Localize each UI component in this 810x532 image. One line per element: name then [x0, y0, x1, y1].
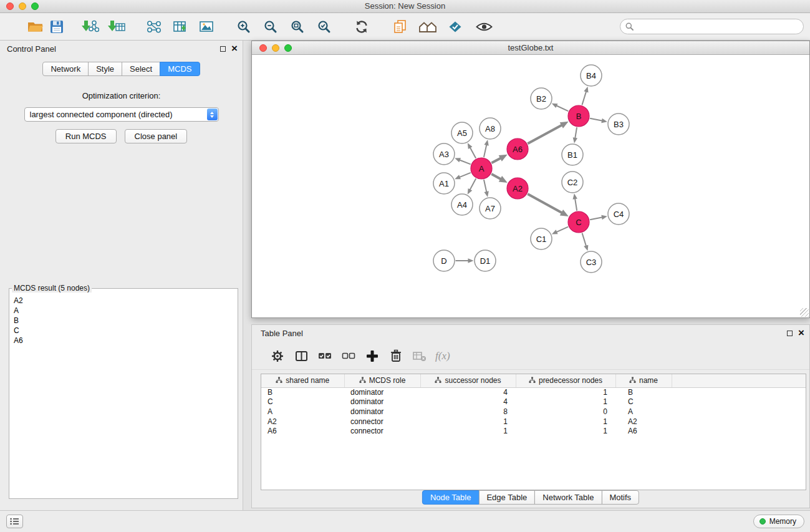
- graph-node-D[interactable]: D: [433, 250, 455, 271]
- graph-node-A5[interactable]: A5: [451, 122, 473, 143]
- table-row[interactable]: Bdominator41B: [261, 387, 806, 397]
- open-folder-icon[interactable]: [25, 15, 46, 39]
- select-all-icon[interactable]: [313, 344, 337, 368]
- graph-node-C4[interactable]: C4: [608, 203, 629, 225]
- houses-icon[interactable]: [417, 15, 438, 39]
- eye-icon[interactable]: [473, 15, 494, 39]
- function-builder-icon[interactable]: f(x): [435, 350, 450, 362]
- network-graph[interactable]: A5A8A3A1A4A7B4B2B3B1C2C4C1C3DD1AA6A2BC: [253, 56, 809, 317]
- column-header-predecessor-nodes[interactable]: predecessor nodes: [516, 374, 615, 387]
- save-session-icon[interactable]: [46, 15, 67, 39]
- graph-node-D1[interactable]: D1: [475, 250, 496, 271]
- graph-edge-B-B3[interactable]: [590, 118, 607, 123]
- graph-edge-C-C2[interactable]: [573, 193, 577, 210]
- column-header-successor-nodes[interactable]: successor nodes: [420, 374, 516, 387]
- zoom-out-icon[interactable]: [260, 15, 281, 39]
- graph-edge-A2-C[interactable]: [528, 194, 569, 216]
- graph-node-B[interactable]: B: [568, 105, 589, 127]
- graph-edge-B-B1[interactable]: [573, 127, 577, 143]
- tab-network[interactable]: Network: [42, 62, 89, 76]
- new-table-icon[interactable]: [170, 15, 191, 39]
- graph-node-B1[interactable]: B1: [562, 144, 583, 165]
- graph-edge-A-A1[interactable]: [455, 173, 471, 179]
- deselect-all-icon[interactable]: [337, 344, 360, 368]
- graph-node-A4[interactable]: A4: [451, 194, 473, 215]
- graph-node-A2[interactable]: A2: [507, 178, 528, 199]
- network-window-titlebar[interactable]: testGlobe.txt: [252, 41, 809, 55]
- graph-node-A6[interactable]: A6: [507, 138, 528, 160]
- tab-mcds[interactable]: MCDS: [160, 62, 200, 76]
- document-copy-icon[interactable]: [390, 15, 411, 39]
- close-table-panel-icon[interactable]: ×: [798, 325, 804, 341]
- graph-node-A8[interactable]: A8: [480, 118, 501, 139]
- graph-node-A[interactable]: A: [471, 158, 492, 179]
- zoom-in-icon[interactable]: [233, 15, 254, 39]
- graph-node-A3[interactable]: A3: [433, 143, 455, 165]
- graph-node-C1[interactable]: C1: [531, 228, 552, 249]
- memory-button[interactable]: Memory: [753, 515, 804, 528]
- refresh-icon[interactable]: [351, 15, 372, 39]
- column-header-MCDS-role[interactable]: MCDS role: [344, 374, 420, 387]
- node-table[interactable]: shared nameMCDS rolesuccessor nodesprede…: [261, 374, 806, 490]
- tab-edge-table[interactable]: Edge Table: [478, 490, 535, 505]
- close-window-button[interactable]: [6, 2, 14, 10]
- table-row[interactable]: A6connector11A6: [261, 427, 806, 437]
- table-float-panel-icon[interactable]: [787, 331, 793, 336]
- column-header-shared-name[interactable]: shared name: [261, 374, 344, 387]
- export-image-icon[interactable]: [196, 15, 217, 39]
- graph-edge-C-C3[interactable]: [582, 233, 589, 251]
- mcds-result-list[interactable]: A2ABCA6: [11, 294, 236, 497]
- table-row[interactable]: A2connector11A2: [261, 417, 806, 427]
- graph-node-C3[interactable]: C3: [581, 251, 602, 273]
- network-close-button[interactable]: [259, 44, 267, 52]
- zoom-selected-icon[interactable]: [314, 15, 335, 39]
- graph-edge-A-A7[interactable]: [484, 180, 489, 197]
- resize-corner[interactable]: [800, 308, 809, 317]
- import-table-file-icon[interactable]: [106, 15, 127, 39]
- show-columns-icon[interactable]: [289, 344, 313, 368]
- graph-node-B4[interactable]: B4: [581, 65, 602, 86]
- graph-edge-B-B4[interactable]: [582, 87, 588, 105]
- tab-network-table[interactable]: Network Table: [534, 490, 602, 505]
- task-history-button[interactable]: [6, 515, 23, 528]
- graph-edge-A-A3[interactable]: [455, 158, 470, 164]
- graph-node-C[interactable]: C: [568, 211, 589, 233]
- graph-node-A1[interactable]: A1: [433, 173, 455, 194]
- graphics-details-icon[interactable]: [445, 15, 466, 39]
- column-header-name[interactable]: name: [615, 374, 672, 387]
- graph-edge-A-A2[interactable]: [491, 174, 508, 183]
- graph-edge-C-C4[interactable]: [590, 215, 607, 220]
- table-row[interactable]: Adominator80A: [261, 407, 806, 417]
- graph-edge-B-B2[interactable]: [552, 104, 568, 111]
- import-network-file-icon[interactable]: [80, 15, 101, 39]
- graph-edge-A-A8[interactable]: [484, 140, 489, 157]
- minimize-window-button[interactable]: [19, 2, 26, 10]
- delete-row-icon[interactable]: [384, 344, 408, 368]
- graph-node-C2[interactable]: C2: [562, 172, 583, 193]
- graph-node-B3[interactable]: B3: [608, 114, 629, 135]
- search-input[interactable]: [637, 22, 798, 31]
- graph-edge-D-D1[interactable]: [456, 258, 474, 263]
- zoom-window-button[interactable]: [31, 2, 39, 10]
- window-titlebar[interactable]: Session: New Session: [0, 0, 810, 13]
- delete-table-icon[interactable]: [408, 344, 432, 368]
- float-panel-icon[interactable]: [220, 46, 226, 52]
- network-minimize-button[interactable]: [272, 44, 279, 52]
- graph-node-A7[interactable]: A7: [480, 198, 501, 219]
- graph-edge-A-A5[interactable]: [468, 143, 476, 158]
- graph-edge-A-A4[interactable]: [468, 178, 476, 194]
- tab-select[interactable]: Select: [122, 62, 160, 76]
- zoom-fit-icon[interactable]: [287, 15, 308, 39]
- graph-edge-A-A6[interactable]: [491, 155, 507, 163]
- add-row-icon[interactable]: [360, 344, 384, 368]
- tab-motifs[interactable]: Motifs: [601, 490, 639, 505]
- tab-style[interactable]: Style: [88, 62, 122, 76]
- table-row[interactable]: Cdominator41C: [261, 397, 806, 407]
- search-box[interactable]: [620, 19, 804, 34]
- graph-edge-A6-B[interactable]: [528, 122, 568, 143]
- criterion-dropdown[interactable]: largest connected component (directed): [24, 107, 219, 122]
- clone-network-icon[interactable]: [143, 15, 165, 39]
- network-canvas[interactable]: A5A8A3A1A4A7B4B2B3B1C2C4C1C3DD1AA6A2BC: [253, 56, 809, 317]
- network-zoom-button[interactable]: [284, 44, 292, 52]
- run-mcds-button[interactable]: Run MCDS: [55, 129, 117, 143]
